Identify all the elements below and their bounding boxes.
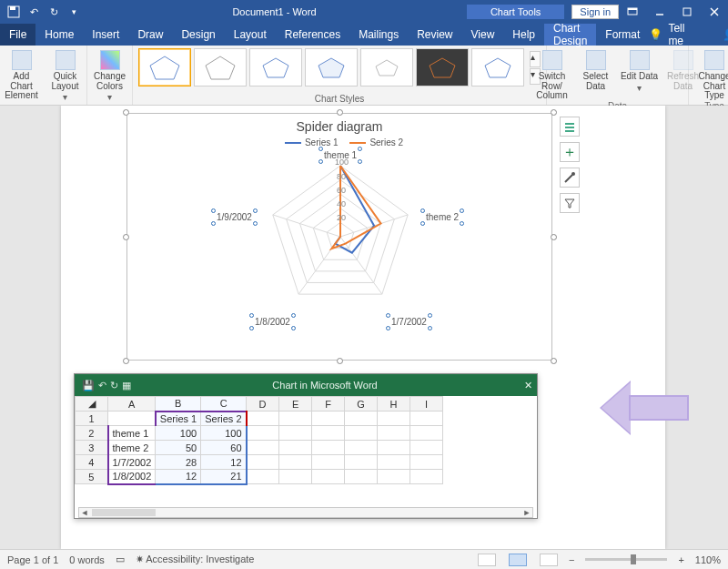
undo-icon[interactable]: ↶ [25,4,42,20]
select-data-button[interactable]: Select Data [576,48,616,101]
cat-label-2[interactable]: 1/7/2002 [391,317,427,327]
chart-title[interactable]: Spider diagram [127,114,551,134]
handle-bm[interactable] [337,358,343,364]
status-page[interactable]: Page 1 of 1 [7,554,58,565]
handle-tm[interactable] [337,109,343,116]
chart-elements-button[interactable] [560,117,580,137]
sign-in-button[interactable]: Sign in [571,5,619,19]
tab-draw[interactable]: Draw [128,24,172,46]
chart-style-3[interactable] [249,48,302,86]
cell-B5[interactable]: 12 [156,470,201,484]
handle-br[interactable] [551,358,557,364]
tab-help[interactable]: Help [503,24,544,46]
handle-ml[interactable] [123,234,129,240]
chart-style-4[interactable] [305,48,358,86]
ribbon-display-options-icon[interactable] [619,2,646,22]
handle-tl[interactable] [123,109,129,116]
row-3[interactable]: 3 [76,441,108,455]
view-web-layout-icon[interactable] [540,554,558,566]
cell-B1[interactable]: Series 1 [156,412,201,426]
tab-insert[interactable]: Insert [83,24,128,46]
col-D[interactable]: D [247,397,279,412]
cell-C1[interactable]: Series 2 [201,412,247,426]
col-F[interactable]: F [312,397,345,412]
quick-layout-button[interactable]: Quick Layout▾ [46,48,86,112]
cell-B4[interactable]: 28 [156,455,201,470]
close-icon[interactable] [701,2,728,22]
cell-C3[interactable]: 60 [201,441,247,455]
cat-label-4[interactable]: 1/9/2002 [217,212,252,222]
zoom-out-icon[interactable]: − [569,554,574,565]
zoom-in-icon[interactable]: + [678,554,683,565]
save-icon[interactable] [5,4,22,20]
excel-redo-icon[interactable]: ↻ [110,380,118,391]
chart-style-7[interactable] [471,48,524,86]
page[interactable]: Spider diagram Series 1 Series 2 100 80 … [61,106,665,549]
cat-label-1[interactable]: theme 2 [426,212,459,222]
col-I[interactable]: I [410,397,443,412]
qat-customize-icon[interactable]: ▾ [66,4,82,20]
cell-C2[interactable]: 100 [201,426,247,441]
tab-review[interactable]: Review [408,24,461,46]
tab-design[interactable]: Design [172,24,224,46]
select-all[interactable]: ◢ [76,397,108,412]
chart-styles-button[interactable]: ＋ [560,142,580,162]
col-E[interactable]: E [279,397,312,412]
edit-data-button[interactable]: Edit Data▾ [620,48,660,101]
tab-mailings[interactable]: Mailings [349,24,408,46]
chart-filter-button[interactable] [560,193,580,213]
view-print-layout-icon[interactable] [509,554,527,566]
minimize-icon[interactable] [646,2,673,22]
chart-style-5[interactable] [360,48,413,86]
chart-styles-gallery[interactable] [138,48,524,86]
handle-mr[interactable] [551,234,557,240]
cell-A3[interactable]: theme 2 [108,441,156,455]
row-1[interactable]: 1 [76,412,108,426]
chart-object[interactable]: Spider diagram Series 1 Series 2 100 80 … [126,113,552,361]
status-accessibility[interactable]: ✷ Accessibility: Investigate [136,554,255,565]
chart-legend[interactable]: Series 1 Series 2 [127,134,551,147]
cat-label-3[interactable]: 1/8/2002 [255,317,290,327]
tab-chart-design[interactable]: Chart Design [544,24,596,46]
col-A[interactable]: A [108,397,156,412]
excel-titlebar[interactable]: 💾 ↶ ↻ ▦ Chart in Microsoft Word ✕ [75,374,537,396]
maximize-icon[interactable] [673,2,701,22]
legend-series-2[interactable]: Series 2 [369,137,403,147]
cell-B2[interactable]: 100 [156,426,201,441]
share-icon[interactable]: 👤 [723,28,728,41]
tab-file[interactable]: File [0,24,35,46]
add-chart-element-button[interactable]: Add Chart Element▾ [2,48,42,112]
zoom-slider[interactable] [585,558,667,561]
cell-C5[interactable]: 21 [201,470,247,484]
cat-label-0[interactable]: theme 1 [324,150,357,160]
chart-format-button[interactable] [560,168,580,188]
row-5[interactable]: 5 [76,470,108,484]
excel-save-icon[interactable]: 💾 [82,380,95,391]
handle-tr[interactable] [551,109,557,116]
status-lang-icon[interactable]: ▭ [116,554,125,565]
handle-bl[interactable] [123,358,129,364]
chart-style-2[interactable] [194,48,247,86]
change-colors-button[interactable]: Change Colors▾ [90,48,130,103]
tell-me-bulb-icon[interactable]: 💡 [649,28,662,41]
excel-undo-icon[interactable]: ↶ [98,380,106,391]
cell-C4[interactable]: 12 [201,455,247,470]
excel-hscroll[interactable]: ◄► [78,507,533,518]
tab-layout[interactable]: Layout [225,24,276,46]
status-words[interactable]: 0 words [69,554,105,565]
col-B[interactable]: B [156,397,201,412]
excel-sheet[interactable]: ◢ A B C D E F G H I 1 Series 1 [75,396,537,520]
chart-style-6[interactable] [416,48,469,86]
cell-A4[interactable]: 1/7/2002 [108,455,156,470]
tab-view[interactable]: View [462,24,504,46]
cell-A1[interactable] [108,412,156,426]
excel-close-icon[interactable]: ✕ [519,380,537,391]
col-H[interactable]: H [378,397,410,412]
excel-window[interactable]: 💾 ↶ ↻ ▦ Chart in Microsoft Word ✕ ◢ A B … [74,373,538,519]
cell-A5[interactable]: 1/8/2002 [108,470,156,484]
chart-style-1[interactable] [138,48,191,86]
zoom-level[interactable]: 110% [695,554,721,565]
switch-row-column-button[interactable]: Switch Row/ Column [532,48,572,101]
tab-home[interactable]: Home [35,24,83,46]
col-G[interactable]: G [345,397,378,412]
